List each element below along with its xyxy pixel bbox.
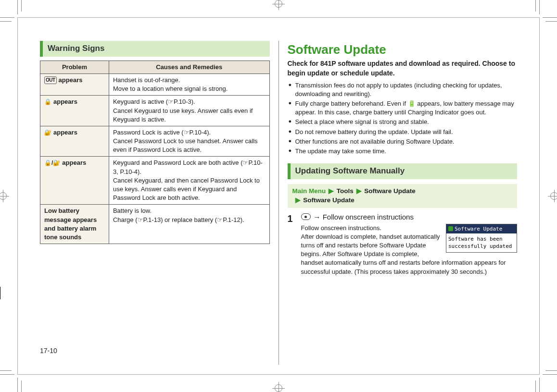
low-battery-problem: Low battery message appears and battery … (40, 205, 109, 244)
menu-path: Main Menu ▶ Tools ▶ Software Update ▶ So… (288, 184, 518, 208)
page-number: 17-10 (40, 346, 57, 356)
list-item: Transmission fees do not apply to update… (289, 81, 518, 98)
step-line1: → Follow onscreen instructions (314, 212, 414, 222)
th-problem: Problem (40, 61, 109, 74)
out-icon: OUT (44, 76, 57, 84)
th-remedies: Causes and Remedies (109, 61, 269, 74)
list-item: Fully charge battery beforehand. Even if… (289, 99, 518, 117)
list-item: Do not remove battery during the update.… (289, 128, 518, 136)
center-key-icon (301, 213, 311, 220)
list-item: The update may take some time. (289, 147, 518, 156)
software-update-title: Software Update (288, 41, 518, 58)
arrow-icon: ▶ (356, 187, 362, 195)
list-item: Select a place where signal is strong an… (289, 118, 518, 126)
remedy-cell: Handset is out-of-range. Move to a locat… (109, 74, 269, 95)
table-row: 🔒/🔐 appears Keyguard and Password Lock a… (40, 157, 270, 205)
main-menu-label: Main Menu (292, 187, 326, 195)
screenshot-body: Software has been successfully updated (446, 233, 517, 252)
remedy-cell: Password Lock is active (☞P.10-4). Cance… (109, 126, 269, 157)
remedy-cell: Keyguard and Password Lock are both acti… (109, 157, 269, 205)
screenshot-title: Software Update (455, 225, 502, 233)
table-row: 🔐 appears Password Lock is active (☞P.10… (40, 126, 270, 157)
chapter-tab: 17 Appendix (0, 287, 0, 330)
notes-list: Transmission fees do not apply to update… (288, 81, 518, 156)
menu-step-tools: Tools (337, 187, 354, 195)
menu-step-su1: Software Update (364, 187, 416, 195)
software-update-intro: Check for 841P software updates and down… (288, 59, 518, 78)
table-row: OUT appears Handset is out-of-range. Mov… (40, 74, 270, 95)
chapter-number: 17 (0, 287, 0, 299)
remedy-cell: Battery is low. Charge (☞P.1-13) or repl… (109, 205, 269, 244)
table-row: 🔒 appears Keyguard is active (☞P.10-3). … (40, 96, 270, 126)
arrow-icon: ▶ (295, 196, 301, 204)
check-icon (448, 226, 453, 231)
updating-manually-heading: Updating Software Manually (288, 163, 518, 179)
menu-step-su2: Software Update (303, 196, 354, 204)
handset-screenshot: Software Update Software has been succes… (446, 224, 517, 253)
table-row: Low battery message appears and battery … (40, 205, 270, 244)
list-item: Other functions are not available during… (289, 137, 518, 146)
warning-signs-heading: Warning Signs (40, 41, 270, 57)
step-number: 1 (288, 212, 296, 276)
arrow-icon: ▶ (329, 187, 334, 195)
step-1: 1 → Follow onscreen instructions Softwar… (288, 212, 518, 276)
right-column: Software Update Check for 841P software … (278, 41, 518, 365)
left-column: Warning Signs Problem Causes and Remedie… (40, 41, 278, 365)
remedy-cell: Keyguard is active (☞P.10-3). Cancel Key… (109, 96, 269, 126)
both-lock-icon: 🔒/🔐 (44, 159, 60, 167)
lock-icon: 🔒 (44, 98, 51, 106)
key-lock-icon: 🔐 (44, 129, 51, 137)
warning-table: Problem Causes and Remedies OUT appears … (40, 61, 270, 244)
